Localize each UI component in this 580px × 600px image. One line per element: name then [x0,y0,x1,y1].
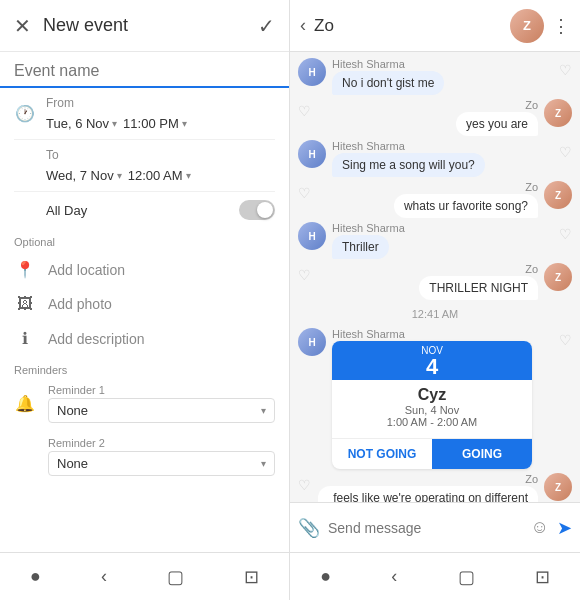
to-content: To Wed, 7 Nov ▾ 12:00 AM ▾ [46,148,275,183]
left-panel: ✕ New event ✓ 🕐 From Tue, 6 Nov ▾ 11:00 … [0,0,290,600]
message-content: Zo whats ur favorite song? [317,181,538,218]
event-name-section [0,52,289,88]
message-bubble: THRILLER NIGHT [419,276,538,300]
heart-icon[interactable]: ♡ [559,140,572,160]
to-date-time: Wed, 7 Nov ▾ 12:00 AM ▾ [46,168,275,183]
message-content: Hitesh Sharma Sing me a song will you? [332,140,553,177]
square-nav-icon[interactable]: ▢ [167,566,184,588]
list-item: Z Zo yes you are ♡ [298,99,572,136]
going-button[interactable]: GOING [432,439,532,469]
reminder2-label: Reminder 2 [48,437,275,449]
close-icon[interactable]: ✕ [14,14,31,38]
back-nav-icon[interactable]: ‹ [101,566,107,587]
add-description-row[interactable]: ℹ Add description [0,321,289,356]
add-photo-row[interactable]: 🖼 Add photo [0,287,289,321]
event-name-input[interactable] [14,62,275,80]
all-day-row: All Day [14,192,275,228]
to-label: To [46,148,275,162]
not-going-button[interactable]: NOT GOING [332,439,432,469]
all-day-toggle[interactable] [239,200,275,220]
from-date-value: Tue, 6 Nov [46,116,109,131]
message-sender: Zo [317,99,538,111]
avatar: Z [544,263,572,291]
event-card-body: Cyz Sun, 4 Nov 1:00 AM - 2:00 AM [332,380,532,434]
left-header-left: ✕ New event [14,14,128,38]
message-bubble: Thriller [332,235,389,259]
from-row: 🕐 From Tue, 6 Nov ▾ 11:00 PM ▾ [14,88,275,140]
event-card-header: Nov 4 [332,341,532,380]
right-bottom-nav: ● ‹ ▢ ⊡ [290,552,580,600]
from-date-time: Tue, 6 Nov ▾ 11:00 PM ▾ [46,116,275,131]
send-icon[interactable]: ➤ [557,517,572,539]
event-card-actions: NOT GOING GOING [332,438,532,469]
reminder1-value: None [57,403,88,418]
heart-icon[interactable]: ♡ [298,473,311,493]
reminder2-select[interactable]: None ▾ [48,451,275,476]
message-bubble: whats ur favorite song? [394,194,538,218]
chat-input-row: 📎 ☺ ➤ [290,502,580,552]
home-nav-icon[interactable]: ● [320,566,331,587]
add-location-label: Add location [48,262,125,278]
from-content: From Tue, 6 Nov ▾ 11:00 PM ▾ [46,96,275,131]
heart-icon[interactable]: ♡ [298,181,311,201]
from-time-select[interactable]: 11:00 PM ▾ [123,116,187,131]
recent-nav-icon[interactable]: ⊡ [535,566,550,588]
back-nav-icon[interactable]: ‹ [391,566,397,587]
description-icon: ℹ [14,329,36,348]
list-item: Z Zo whats ur favorite song? ♡ [298,181,572,218]
reminder1-select[interactable]: None ▾ [48,398,275,423]
add-description-label: Add description [48,331,145,347]
time-divider: 12:41 AM [298,304,572,324]
message-bubble: Sing me a song will you? [332,153,485,177]
back-icon[interactable]: ‹ [300,15,306,36]
square-nav-icon[interactable]: ▢ [458,566,475,588]
avatar: H [298,58,326,86]
message-sender: Hitesh Sharma [332,328,553,340]
from-date-select[interactable]: Tue, 6 Nov ▾ [46,116,117,131]
to-time-value: 12:00 AM [128,168,183,183]
more-icon[interactable]: ⋮ [552,15,570,37]
reminder2-arrow: ▾ [261,458,266,469]
attach-icon[interactable]: 📎 [298,517,320,539]
reminder1-label: Reminder 1 [48,384,275,396]
home-nav-icon[interactable]: ● [30,566,41,587]
avatar: Z [510,9,544,43]
heart-icon[interactable]: ♡ [298,263,311,283]
to-row: To Wed, 7 Nov ▾ 12:00 AM ▾ [14,140,275,192]
to-date-select[interactable]: Wed, 7 Nov ▾ [46,168,122,183]
chat-title: Zo [314,16,502,36]
heart-icon[interactable]: ♡ [298,99,311,119]
right-header: ‹ Zo Z ⋮ [290,0,580,52]
avatar: Z [544,473,572,501]
list-item: H Hitesh Sharma Nov 4 Cyz Sun, 4 Nov 1:0… [298,328,572,469]
bell-icon: 🔔 [14,394,36,413]
list-item: H Hitesh Sharma Thriller ♡ [298,222,572,259]
to-time-select[interactable]: 12:00 AM ▾ [128,168,191,183]
heart-icon[interactable]: ♡ [559,222,572,242]
heart-icon[interactable]: ♡ [559,328,572,348]
chat-messages: H Hitesh Sharma No i don't gist me ♡ Z Z… [290,52,580,502]
to-date-arrow: ▾ [117,170,122,181]
check-icon[interactable]: ✓ [258,14,275,38]
event-card-content: Hitesh Sharma Nov 4 Cyz Sun, 4 Nov 1:00 … [332,328,553,469]
clock-icon: 🕐 [14,104,36,123]
emoji-icon[interactable]: ☺ [531,517,549,538]
chat-input[interactable] [328,520,523,536]
heart-icon[interactable]: ♡ [559,58,572,78]
event-card-date: Sun, 4 Nov [342,404,522,416]
avatar: H [298,222,326,250]
from-time-arrow: ▾ [182,118,187,129]
message-sender: Zo [317,473,538,485]
optional-label: Optional [0,228,289,252]
avatar: Z [544,181,572,209]
reminder1-row: 🔔 Reminder 1 None ▾ [0,380,289,427]
message-sender: Hitesh Sharma [332,140,553,152]
location-icon: 📍 [14,260,36,279]
avatar: Z [544,99,572,127]
add-location-row[interactable]: 📍 Add location [0,252,289,287]
recent-nav-icon[interactable]: ⊡ [244,566,259,588]
list-item: Z Zo THRILLER NIGHT ♡ [298,263,572,300]
message-content: Zo feels like we're operating on differe… [317,473,538,502]
page-title: New event [43,15,128,36]
left-header: ✕ New event ✓ [0,0,289,52]
